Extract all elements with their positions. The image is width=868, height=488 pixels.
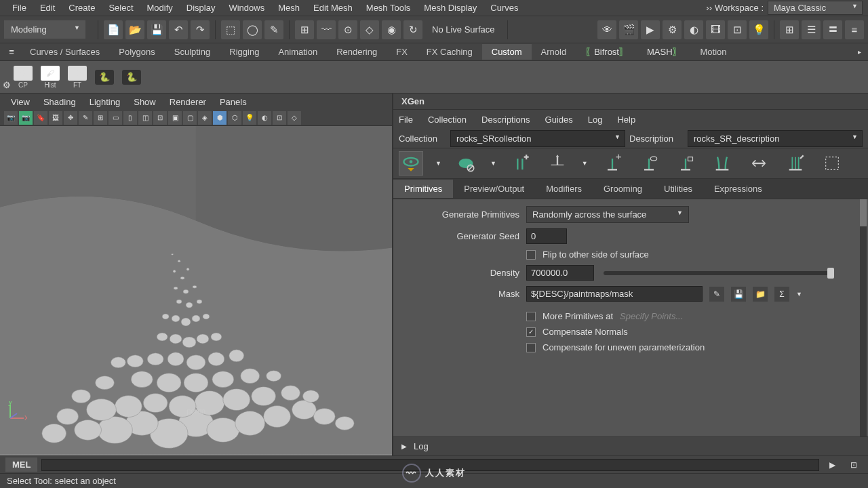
xgen-menu-log[interactable]: Log xyxy=(588,115,603,125)
save-mask-icon[interactable]: 💾 xyxy=(731,287,746,302)
mel-label[interactable]: MEL xyxy=(5,458,37,472)
shadows-icon[interactable]: ◐ xyxy=(258,111,271,125)
vp-menu-panels[interactable]: Panels xyxy=(213,97,254,107)
tab-grooming[interactable]: Grooming xyxy=(593,180,653,198)
sculpt-guides-icon[interactable] xyxy=(783,151,808,176)
shelf-tab-mash[interactable]: MASH〗 xyxy=(637,43,691,61)
menu-edit[interactable]: Edit xyxy=(33,3,62,13)
width-tool-icon[interactable] xyxy=(747,151,771,176)
tab-preview-output[interactable]: Preview/Output xyxy=(453,180,535,198)
ipr-icon[interactable]: ▶ xyxy=(641,20,660,39)
xgen-menu-descriptions[interactable]: Descriptions xyxy=(481,115,530,125)
shelf-tab-gear-icon[interactable]: ≡ xyxy=(5,47,18,57)
specify-points-button[interactable]: Specify Points... xyxy=(620,311,683,321)
menu-create[interactable]: Create xyxy=(62,3,102,13)
xgen-menu-help[interactable]: Help xyxy=(617,115,635,125)
python-script-icon[interactable]: 🐍 xyxy=(122,70,141,85)
shelf-tab-arnold[interactable]: Arnold xyxy=(532,44,576,60)
add-guides-icon[interactable] xyxy=(509,151,533,176)
select-icon[interactable]: ⬚ xyxy=(221,20,240,39)
shelf-tab-fx[interactable]: FX xyxy=(387,44,417,60)
viewport-canvas[interactable]: y x persp xyxy=(0,126,392,455)
generator-seed-input[interactable] xyxy=(526,228,567,244)
script-editor-icon[interactable]: ▶ xyxy=(823,458,841,472)
safe-action-icon[interactable]: ▣ xyxy=(168,111,182,125)
shelf-tab-sculpting[interactable]: Sculpting xyxy=(165,44,220,60)
shelf-tab-polygons[interactable]: Polygons xyxy=(109,44,164,60)
lock-guide-icon[interactable] xyxy=(673,151,698,176)
menu-mesh[interactable]: Mesh xyxy=(271,3,307,13)
lasso-icon[interactable]: ◯ xyxy=(243,20,262,39)
camera-select-icon[interactable]: 📷 xyxy=(4,111,18,125)
film-gate-icon[interactable]: ▭ xyxy=(108,111,122,125)
shelf-tab-custom[interactable]: Custom xyxy=(482,44,532,60)
shelf-tab-fxcaching[interactable]: FX Caching xyxy=(417,44,482,60)
image-plane-icon[interactable]: 🖼 xyxy=(49,111,62,125)
hypershade-icon[interactable]: ◐ xyxy=(684,20,703,39)
snap-point-icon[interactable]: ⊙ xyxy=(338,20,357,39)
preview-eye-icon[interactable] xyxy=(399,151,423,176)
tab-modifiers[interactable]: Modifiers xyxy=(535,180,593,198)
shelf-tab-rigging[interactable]: Rigging xyxy=(220,44,269,60)
expand-arrow-icon[interactable]: ▶ xyxy=(401,443,407,450)
collection-dropdown[interactable]: rocks_SRcollection xyxy=(450,130,625,147)
menu-edit-mesh[interactable]: Edit Mesh xyxy=(307,3,359,13)
tab-expressions[interactable]: Expressions xyxy=(703,180,773,198)
dropdown-arrow-icon[interactable]: ▼ xyxy=(582,160,588,167)
flip-checkbox[interactable] xyxy=(526,250,536,260)
xgen-menu-guides[interactable]: Guides xyxy=(545,115,573,125)
render-view-icon[interactable]: 👁 xyxy=(597,20,616,39)
channel-box-icon[interactable]: ≡ xyxy=(845,20,864,39)
toggle-visibility-icon[interactable] xyxy=(637,151,661,176)
vp-menu-show[interactable]: Show xyxy=(127,97,163,107)
snap-curve-icon[interactable]: 〰 xyxy=(317,20,336,39)
shelf-tab-curves[interactable]: Curves / Surfaces xyxy=(20,44,109,60)
field-chart-icon[interactable]: ⊡ xyxy=(153,111,167,125)
scroll-thumb[interactable] xyxy=(860,199,867,226)
vp-menu-lighting[interactable]: Lighting xyxy=(83,97,127,107)
workspace-dropdown[interactable]: Maya Classic xyxy=(768,1,863,15)
light-editor-icon[interactable]: 💡 xyxy=(749,20,768,39)
bookmark-icon[interactable]: 🔖 xyxy=(34,111,47,125)
open-scene-icon[interactable]: 📂 xyxy=(125,20,144,39)
resolution-gate-icon[interactable]: ▯ xyxy=(123,111,137,125)
gate-mask-icon[interactable]: ◫ xyxy=(138,111,152,125)
live-surface-label[interactable]: No Live Surface xyxy=(425,22,502,37)
safe-title-icon[interactable]: ▢ xyxy=(183,111,197,125)
shaded-icon[interactable]: ⬢ xyxy=(213,111,226,125)
undo-icon[interactable]: ↶ xyxy=(169,20,188,39)
2d-pan-icon[interactable]: ✥ xyxy=(64,111,77,125)
outliner-icon[interactable]: ☰ xyxy=(802,20,821,39)
redo-icon[interactable]: ↷ xyxy=(191,20,210,39)
python-script-icon[interactable]: 🐍 xyxy=(95,70,114,85)
menu-display[interactable]: Display xyxy=(180,3,222,13)
mode-dropdown[interactable]: Modeling xyxy=(4,20,85,39)
compensate-normals-checkbox[interactable]: ✓ xyxy=(526,327,536,337)
shelf-tab-motion[interactable]: Motion xyxy=(691,44,736,60)
paint-icon[interactable]: ✎ xyxy=(264,20,283,39)
snap-live-icon[interactable]: ◉ xyxy=(382,20,401,39)
shelf-tab-bifrost[interactable]: 〖Bifrost〗 xyxy=(576,43,637,61)
render-setup-icon[interactable]: ⊡ xyxy=(728,20,747,39)
menu-curves[interactable]: Curves xyxy=(484,3,525,13)
compensate-uneven-checkbox[interactable] xyxy=(526,343,536,352)
density-brush-icon[interactable] xyxy=(545,151,570,176)
menu-windows[interactable]: Windows xyxy=(222,3,271,13)
menu-mesh-display[interactable]: Mesh Display xyxy=(417,3,484,13)
refresh-icon[interactable]: ↻ xyxy=(403,20,422,39)
vp-menu-view[interactable]: View xyxy=(4,97,37,107)
region-tool-icon[interactable] xyxy=(820,151,844,176)
menu-select[interactable]: Select xyxy=(102,3,140,13)
snap-plane-icon[interactable]: ◇ xyxy=(360,20,379,39)
mask-input[interactable] xyxy=(526,286,703,302)
camera-attr-icon[interactable]: 📷 xyxy=(19,111,33,125)
grid-icon[interactable]: ⊞ xyxy=(94,111,107,125)
shelf-gear-icon[interactable]: ⚙ xyxy=(3,80,11,90)
lights-icon[interactable]: 💡 xyxy=(243,111,256,125)
shelf-item-hist[interactable]: 🖌 Hist xyxy=(41,66,60,89)
shelf-item-ft[interactable]: ✦ FT xyxy=(68,66,87,89)
shelf-overflow-icon[interactable]: ▸ xyxy=(858,48,861,56)
scrollbar[interactable] xyxy=(860,199,867,436)
save-scene-icon[interactable]: 💾 xyxy=(147,20,166,39)
snap-grid-icon[interactable]: ⊞ xyxy=(295,20,314,39)
